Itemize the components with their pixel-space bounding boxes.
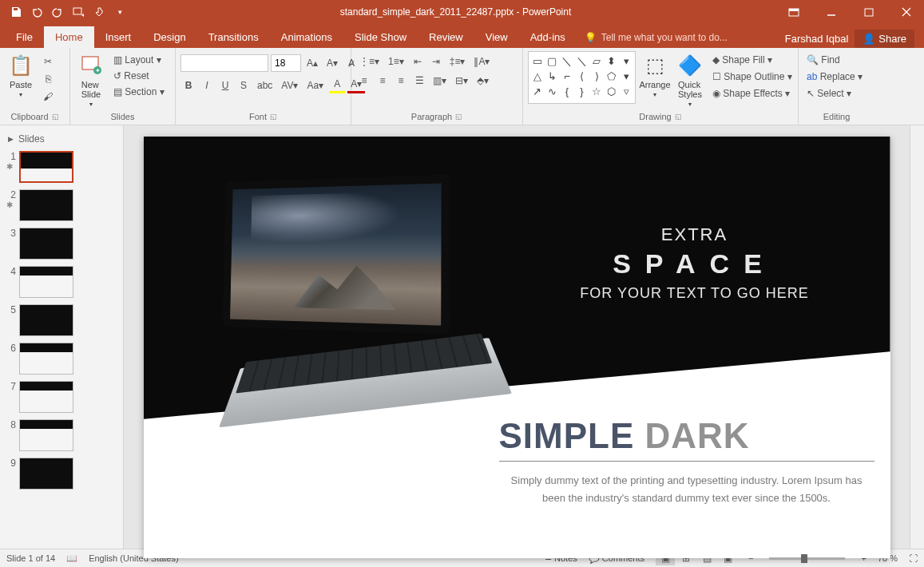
increase-indent-icon[interactable]: ⇥ [428,54,444,69]
slide-thumbnail[interactable] [19,343,73,375]
layout-button[interactable]: ▥ Layout ▾ [110,53,171,67]
save-icon[interactable] [8,4,24,20]
shapes-gallery[interactable]: ▭▢＼＼▱⬍▾ △↳⌐⟨⟩⬠▾ ↗∿{}☆⬡▿ [528,51,636,104]
font-size-select[interactable] [271,54,301,72]
tab-addins[interactable]: Add-ins [519,26,577,48]
user-area: Farshad Iqbal 👤Share [780,30,919,48]
zoom-slider[interactable] [769,557,845,560]
tell-me-search[interactable]: 💡Tell me what you want to do... [577,27,780,48]
dialog-launcher-icon[interactable]: ◱ [675,113,682,121]
find-button[interactable]: 🔍 Find [803,53,869,67]
slide-thumbnail[interactable] [19,151,73,183]
text-direction-icon[interactable]: ‖A▾ [470,54,493,69]
chevron-down-icon[interactable]: ▶ [8,135,14,143]
tab-file[interactable]: File [5,26,44,48]
new-slide-button[interactable]: ✦ New Slide▾ [75,51,107,109]
dialog-launcher-icon[interactable]: ◱ [455,113,462,121]
shape-effects-button[interactable]: ◉ Shape Effects ▾ [709,86,795,101]
highlight-icon[interactable]: A [329,77,345,93]
columns-icon[interactable]: ▥▾ [430,73,450,88]
maximize-icon[interactable] [851,1,886,23]
slide-thumbnail[interactable] [19,419,73,451]
spacing-button[interactable]: AV▾ [278,78,301,93]
lightbulb-icon: 💡 [585,32,597,43]
start-from-beginning-icon[interactable] [70,4,86,20]
group-drawing: Drawing [639,112,671,121]
slide-thumbnail[interactable] [19,228,73,260]
user-name[interactable]: Farshad Iqbal [785,33,849,45]
strike-button[interactable]: S [236,78,252,93]
decrease-font-icon[interactable]: A▾ [323,56,341,70]
ribbon: 📋 Paste▾ ✂ ⎘ 🖌 Clipboard◱ ✦ New Slide▾ ▥… [0,48,924,125]
slides-panel-header: ▶Slides [2,130,121,148]
smartart-icon[interactable]: ⬘▾ [474,73,492,88]
tab-home[interactable]: Home [44,26,94,48]
svg-rect-2 [789,9,799,11]
redo-icon[interactable] [50,4,65,20]
align-left-icon[interactable]: ≡ [356,73,372,88]
format-painter-icon[interactable]: 🖌 [40,89,56,104]
bold-button[interactable]: B [180,78,196,93]
qat-dropdown-icon[interactable]: ▾ [112,4,128,20]
align-right-icon[interactable]: ≡ [393,73,409,88]
arrange-button[interactable]: ⬚ Arrange▾ [639,51,671,100]
group-editing: Editing [803,110,870,123]
shape-fill-button[interactable]: ◆ Shape Fill ▾ [709,53,795,67]
slide-title: SIMPLE DARK [499,416,750,456]
numbering-icon[interactable]: 1≡▾ [385,54,407,69]
fit-to-window-icon[interactable]: ⛶ [909,553,918,563]
shadow-button[interactable]: abc [254,78,276,93]
slide-thumbnail[interactable] [19,381,73,413]
tab-transitions[interactable]: Transitions [197,26,270,48]
slide-canvas[interactable]: EXTRA SPACE FOR YOUR TEXT TO GO HERE SIM… [124,125,910,549]
clipboard-icon: 📋 [8,53,34,78]
slide-body-text: Simply dummy text of the printing and ty… [499,472,874,507]
quick-styles-button[interactable]: 🔷 Quick Styles▾ [674,51,706,109]
dialog-launcher-icon[interactable]: ◱ [52,113,59,121]
slide-thumbnail[interactable] [19,189,73,221]
vertical-scrollbar[interactable] [910,125,924,549]
laptop-image [192,178,499,430]
tab-design[interactable]: Design [142,26,196,48]
slide-thumbnail[interactable] [19,304,73,336]
minimize-icon[interactable] [813,1,849,23]
change-case-button[interactable]: Aa▾ [303,78,327,93]
slide-headline: EXTRA SPACE FOR YOUR TEXT TO GO HERE [543,224,847,304]
reset-button[interactable]: ↺ Reset [110,69,171,83]
tab-slideshow[interactable]: Slide Show [343,26,418,48]
justify-icon[interactable]: ☰ [411,73,427,88]
tab-insert[interactable]: Insert [94,26,143,48]
increase-font-icon[interactable]: A▴ [303,56,321,70]
tab-view[interactable]: View [474,26,519,48]
dialog-launcher-icon[interactable]: ◱ [270,113,277,121]
italic-button[interactable]: I [199,78,215,93]
ribbon-display-icon[interactable] [775,1,811,23]
shape-outline-button[interactable]: ☐ Shape Outline ▾ [709,69,795,84]
paste-button[interactable]: 📋 Paste▾ [5,51,37,100]
share-button[interactable]: 👤Share [855,30,914,48]
person-icon: 👤 [863,33,875,45]
underline-button[interactable]: U [217,78,233,93]
close-icon[interactable] [888,1,924,23]
touch-mode-icon[interactable] [91,4,107,20]
slide-thumbnail[interactable] [19,458,73,490]
align-center-icon[interactable]: ≡ [375,73,391,88]
line-spacing-icon[interactable]: ‡≡▾ [446,54,469,69]
bullets-icon[interactable]: ⋮≡▾ [356,54,383,69]
select-button[interactable]: ↖ Select ▾ [803,86,855,101]
tab-review[interactable]: Review [418,26,474,48]
cut-icon[interactable]: ✂ [40,54,56,69]
spell-check-icon[interactable]: 📖 [66,553,77,564]
new-slide-icon: ✦ [78,53,104,78]
font-family-select[interactable] [180,54,268,72]
replace-button[interactable]: ab Replace ▾ [803,69,866,84]
undo-icon[interactable] [29,4,45,20]
align-text-icon[interactable]: ⊟▾ [452,73,471,88]
slide-thumbnail[interactable] [19,266,73,298]
copy-icon[interactable]: ⎘ [40,72,56,86]
slide-counter[interactable]: Slide 1 of 14 [6,553,55,563]
section-button[interactable]: ▤ Section ▾ [110,85,171,99]
decrease-indent-icon[interactable]: ⇤ [410,54,426,69]
quick-access-toolbar: ▾ [0,4,136,20]
tab-animations[interactable]: Animations [270,26,343,48]
